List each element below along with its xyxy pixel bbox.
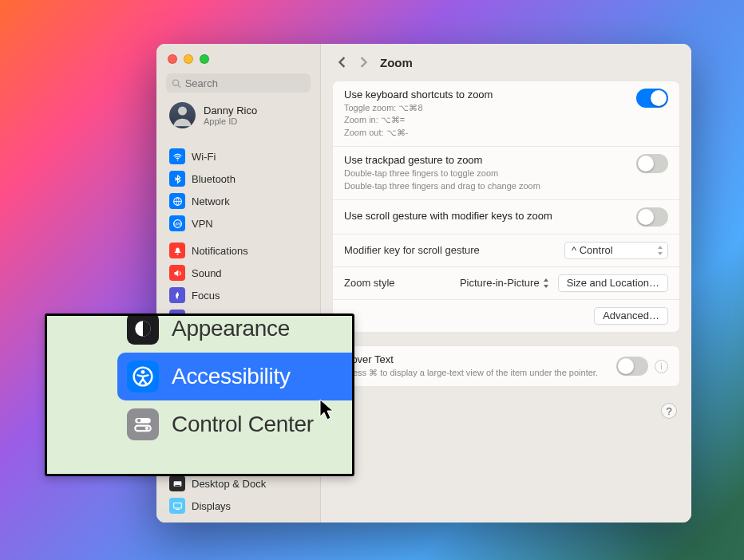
titlebar: Zoom	[321, 44, 691, 77]
scroll-gesture-row: Use scroll gesture with modifier keys to…	[333, 200, 679, 235]
sidebar-item-vpn[interactable]: VPNVPN	[164, 212, 312, 235]
sidebar-item-wi-fi[interactable]: Wi-Fi	[164, 145, 312, 168]
modifier-key-row: Modifier key for scroll gesture ^ Contro…	[333, 235, 679, 267]
avatar	[169, 102, 196, 128]
hover-text-row: Hover Text Press ⌘ to display a large-te…	[333, 346, 679, 386]
focus-icon	[169, 287, 185, 303]
advanced-button[interactable]: Advanced…	[594, 307, 668, 325]
window-controls	[164, 49, 312, 73]
pip-zoom-window: AppearanceAccessibilityControl Center	[45, 314, 354, 476]
shortcut-zoom-out: Zoom out: ⌥⌘-	[344, 127, 636, 139]
user-name: Danny Rico	[204, 105, 257, 116]
svg-point-7	[176, 253, 178, 254]
svg-rect-21	[175, 485, 180, 486]
shortcut-toggle-zoom: Toggle zoom: ⌥⌘8	[344, 102, 636, 114]
help-button[interactable]: ?	[661, 403, 677, 419]
sidebar-item-focus[interactable]: Focus	[164, 284, 312, 306]
main-pane: Zoom Use keyboard shortcuts to zoom Togg…	[320, 44, 691, 523]
pip-item-accessibility[interactable]: Accessibility	[117, 353, 354, 400]
zoom-style-value: Picture-in-Picture	[460, 277, 540, 289]
bluetooth-icon	[169, 171, 185, 187]
maximize-button[interactable]	[200, 54, 209, 64]
appearance-icon	[127, 314, 159, 345]
sidebar-item-label: Focus	[192, 290, 220, 302]
chevron-updown-icon	[542, 278, 550, 288]
search-icon	[172, 78, 181, 89]
sidebar-item-label: Displays	[192, 500, 231, 512]
keyboard-shortcuts-toggle[interactable]	[636, 89, 668, 108]
svg-line-1	[178, 85, 180, 87]
sound-icon	[169, 265, 185, 281]
sidebar-item-label: Wi-Fi	[192, 151, 216, 163]
sidebar-item-label: Sound	[192, 267, 222, 279]
sidebar-item-label: VPN	[192, 218, 213, 230]
sidebar-item-displays[interactable]: Displays	[164, 495, 312, 517]
modifier-key-select[interactable]: ^ Control	[564, 242, 668, 259]
wifi-icon	[169, 148, 185, 164]
sidebar-item-label: Bluetooth	[192, 173, 235, 185]
pip-item-label: Accessibility	[172, 364, 291, 389]
sidebar-item-network[interactable]: Network	[164, 190, 312, 212]
svg-marker-27	[544, 285, 548, 288]
svg-point-30	[141, 370, 145, 374]
zoom-style-row: Zoom style Picture-in-Picture Size and L…	[333, 267, 679, 300]
close-button[interactable]	[168, 54, 177, 64]
trackpad-gesture-row: Use trackpad gesture to zoom Double-tap …	[333, 147, 679, 200]
user-subtitle: Apple ID	[204, 116, 257, 126]
trackpad-gesture-desc2: Double-tap three fingers and drag to cha…	[344, 180, 636, 192]
chevron-updown-icon	[656, 246, 664, 255]
keyboard-shortcuts-title: Use keyboard shortcuts to zoom	[344, 89, 636, 101]
zoom-style-label: Zoom style	[344, 277, 460, 289]
sidebar-item-sound[interactable]: Sound	[164, 262, 312, 284]
keyboard-shortcuts-row: Use keyboard shortcuts to zoom Toggle zo…	[333, 81, 679, 147]
network-icon	[169, 193, 185, 209]
pip-item-label: Appearance	[172, 316, 290, 341]
hover-text-title: Hover Text	[344, 353, 616, 365]
displays-icon	[169, 498, 185, 514]
sidebar-item-label: Network	[192, 195, 230, 207]
trackpad-gesture-title: Use trackpad gesture to zoom	[344, 154, 636, 166]
trackpad-gesture-desc1: Double-tap three fingers to toggle zoom	[344, 168, 636, 179]
svg-marker-24	[658, 246, 663, 249]
svg-marker-26	[544, 278, 548, 282]
svg-text:VPN: VPN	[173, 222, 181, 226]
advanced-row: Advanced…	[333, 300, 679, 332]
hover-text-toggle[interactable]	[616, 357, 648, 376]
dock-icon	[169, 475, 185, 491]
modifier-key-label: Modifier key for scroll gesture	[344, 244, 480, 256]
modifier-key-value: ^ Control	[572, 244, 613, 256]
svg-point-33	[137, 419, 140, 422]
hover-text-desc: Press ⌘ to display a large-text view of …	[344, 367, 616, 379]
scroll-gesture-toggle[interactable]	[636, 207, 668, 227]
trackpad-gesture-toggle[interactable]	[636, 154, 668, 173]
svg-point-2	[178, 107, 187, 116]
accessibility-icon	[127, 361, 159, 392]
search-input[interactable]	[185, 77, 305, 89]
svg-rect-22	[173, 503, 181, 508]
shortcut-zoom-in: Zoom in: ⌥⌘=	[344, 114, 636, 126]
sidebar-item-label: Desktop & Dock	[192, 478, 266, 490]
hover-text-panel: Hover Text Press ⌘ to display a large-te…	[332, 345, 680, 387]
control-center-icon	[127, 408, 159, 440]
vpn-icon: VPN	[169, 215, 185, 231]
sidebar-item-notifications[interactable]: Notifications	[164, 239, 312, 262]
sidebar-item-label: Notifications	[192, 245, 248, 257]
svg-marker-25	[658, 252, 663, 255]
apple-id-row[interactable]: Danny Rico Apple ID	[164, 98, 312, 132]
minimize-button[interactable]	[184, 54, 193, 64]
back-button[interactable]	[335, 55, 350, 69]
pip-item-appearance[interactable]: Appearance	[117, 314, 354, 353]
svg-point-3	[176, 159, 178, 160]
size-location-button[interactable]: Size and Location…	[558, 274, 668, 292]
pip-item-label: Control Center	[172, 412, 314, 437]
forward-button[interactable]	[356, 55, 370, 69]
cursor-icon	[319, 399, 336, 421]
info-icon[interactable]: i	[655, 360, 668, 373]
zoom-settings-panel: Use keyboard shortcuts to zoom Toggle zo…	[332, 81, 680, 333]
sidebar-item-bluetooth[interactable]: Bluetooth	[164, 168, 312, 190]
svg-point-34	[145, 427, 148, 430]
bell-icon	[169, 243, 185, 258]
svg-point-0	[172, 80, 178, 85]
zoom-style-popup[interactable]: Picture-in-Picture	[460, 277, 550, 289]
search-field[interactable]	[166, 73, 311, 93]
